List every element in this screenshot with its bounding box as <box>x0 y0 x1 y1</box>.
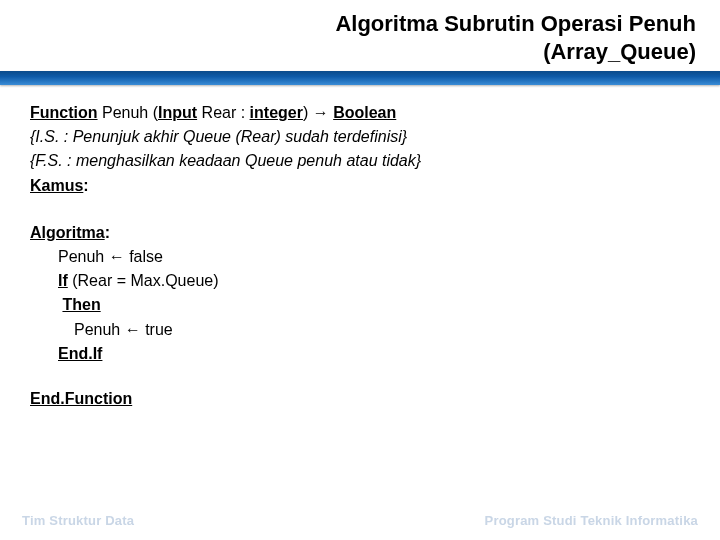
footer-right-text: Program Studi Teknik Informatika <box>485 513 698 528</box>
kamus-word: Kamus <box>30 177 83 194</box>
endif-keyword: End.If <box>58 345 102 362</box>
algo-l4-a: Penuh <box>74 321 125 338</box>
kamus-colon: : <box>83 177 88 194</box>
if-keyword: If <box>58 272 68 289</box>
slide-footer: Tim Struktur Data Program Studi Teknik I… <box>0 513 720 528</box>
algo-line-2: If (Rear = Max.Queue) <box>58 269 690 292</box>
algo-l4-b: true <box>141 321 173 338</box>
initial-state: {I.S. : Penunjuk akhir Queue (Rear) suda… <box>30 125 690 148</box>
arrow-right: → <box>308 104 333 121</box>
title-line-1: Algoritma Subrutin Operasi Penuh <box>335 11 696 36</box>
algo-line-5: End.If <box>58 342 690 365</box>
arrow-left-icon: ← <box>109 248 125 265</box>
end-function: End.Function <box>30 387 690 410</box>
end-function-keyword: End.Function <box>30 390 132 407</box>
if-condition: (Rear = Max.Queue) <box>68 272 219 289</box>
kamus-label: Kamus: <box>30 174 690 197</box>
return-keyword: Boolean <box>333 104 396 121</box>
algo-line-1: Penuh ← false <box>58 245 690 268</box>
footer-left-text: Tim Struktur Data <box>22 513 134 528</box>
slide-header: Algoritma Subrutin Operasi Penuh (Array_… <box>0 0 720 71</box>
algoritma-word: Algoritma <box>30 224 105 241</box>
algoritma-section: Algoritma: Penuh ← false If (Rear = Max.… <box>30 221 690 365</box>
algo-l1-a: Penuh <box>58 248 109 265</box>
slide-content: Function Penuh (Input Rear : integer) → … <box>0 85 720 410</box>
algoritma-colon: : <box>105 224 110 241</box>
type-keyword: integer <box>250 104 303 121</box>
algoritma-label: Algoritma: <box>30 221 690 244</box>
function-keyword: Function <box>30 104 98 121</box>
arrow-left-icon: ← <box>125 321 141 338</box>
algo-l1-b: false <box>125 248 163 265</box>
input-keyword: Input <box>158 104 197 121</box>
header-accent-bar <box>0 71 720 85</box>
algo-line-4: Penuh ← true <box>74 318 690 341</box>
title-line-2: (Array_Queue) <box>543 39 696 64</box>
algo-line-3: Then <box>58 293 690 316</box>
function-signature: Function Penuh (Input Rear : integer) → … <box>30 101 690 124</box>
then-keyword: Then <box>62 296 100 313</box>
final-state: {F.S. : menghasilkan keadaan Queue penuh… <box>30 149 690 172</box>
params-text: Rear : <box>197 104 249 121</box>
slide-title: Algoritma Subrutin Operasi Penuh (Array_… <box>24 10 696 65</box>
function-name: Penuh ( <box>98 104 158 121</box>
